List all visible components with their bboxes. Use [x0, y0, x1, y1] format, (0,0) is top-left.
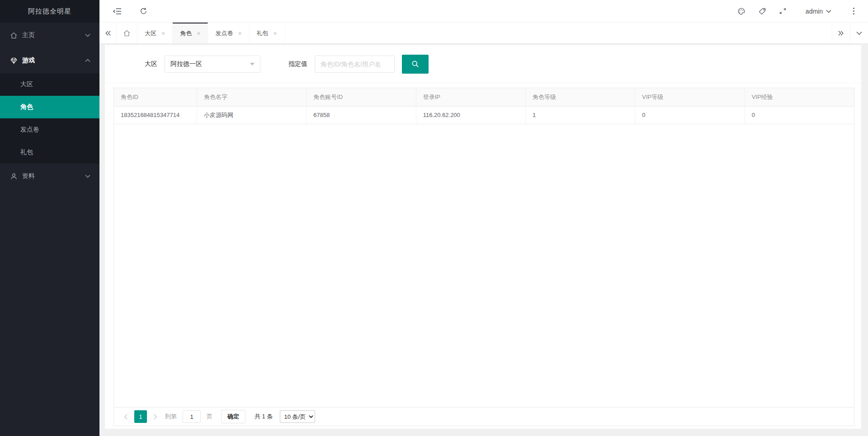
- keyword-input[interactable]: [315, 56, 395, 73]
- total-count-label: 共 1 条: [255, 413, 273, 421]
- app-title: 阿拉德全明星: [0, 0, 99, 23]
- user-icon: [10, 173, 18, 180]
- user-menu[interactable]: admin: [806, 8, 831, 15]
- chevron-right-icon: [153, 414, 157, 420]
- tab-label: 角色: [180, 29, 192, 38]
- pagination: 1 到第 页 确定 共 1 条 10 条/页: [114, 407, 854, 426]
- chevron-down-icon: [85, 174, 90, 178]
- tabbar-right: [832, 23, 868, 43]
- close-icon[interactable]: ×: [238, 30, 241, 37]
- column-header: VIP经验: [745, 88, 854, 106]
- tab-label: 礼包: [257, 29, 269, 38]
- cell-role-name: 小皮源码网: [197, 107, 307, 124]
- sidebar-item-profile[interactable]: 资料: [0, 164, 99, 189]
- goto-page-suffix: 页: [207, 413, 212, 421]
- table-row: 183521684815347714 小皮源码网 67858 116.20.62…: [114, 107, 854, 124]
- sidebar-submenu-game: 大区 角色 发点卷 礼包: [0, 73, 99, 164]
- cell-login-ip: 116.20.62.200: [416, 107, 526, 124]
- cell-account-id: 67858: [307, 107, 416, 124]
- cell-role-id: 183521684815347714: [114, 107, 197, 124]
- column-header: 角色名字: [197, 88, 307, 106]
- keyword-input-label: 指定值: [288, 60, 307, 68]
- search-button[interactable]: [402, 55, 429, 74]
- sidebar-item-send-coupons[interactable]: 发点卷: [0, 118, 99, 141]
- content-area: 大区 阿拉德一区 指定值 角色ID 角色名字: [99, 44, 868, 436]
- chevron-up-icon: [85, 59, 90, 62]
- sidebar-item-role[interactable]: 角色: [0, 96, 99, 118]
- column-header: 角色等级: [526, 88, 635, 106]
- close-icon[interactable]: ×: [197, 30, 200, 37]
- table-empty-space: [114, 124, 854, 407]
- page-number-button[interactable]: 1: [134, 410, 147, 423]
- cell-vip-exp: 0: [745, 107, 854, 124]
- close-icon[interactable]: ×: [161, 30, 165, 37]
- next-page-button[interactable]: [150, 414, 161, 420]
- goto-confirm-button[interactable]: 确定: [221, 410, 245, 423]
- home-icon: [10, 32, 18, 39]
- sidebar-item-label: 礼包: [20, 148, 33, 156]
- gem-icon: [10, 57, 18, 65]
- tabs-menu-button[interactable]: [850, 23, 868, 43]
- refresh-icon[interactable]: [140, 7, 147, 15]
- topbar: admin: [99, 0, 868, 23]
- sidebar-item-region[interactable]: 大区: [0, 73, 99, 96]
- fullscreen-icon[interactable]: [779, 7, 787, 15]
- tabs-scroll-left-button[interactable]: [99, 23, 117, 43]
- theme-palette-icon[interactable]: [737, 7, 745, 15]
- chevron-down-icon: [826, 9, 831, 13]
- column-header: 角色账号ID: [307, 88, 416, 106]
- tab-gift-pack[interactable]: 礼包 ×: [250, 23, 285, 43]
- sidebar-item-label: 资料: [22, 172, 85, 180]
- collapse-menu-icon[interactable]: [113, 8, 122, 15]
- column-header: 角色ID: [114, 88, 197, 106]
- close-icon[interactable]: ×: [274, 30, 277, 37]
- tab-region[interactable]: 大区 ×: [137, 23, 173, 43]
- region-select-label: 大区: [145, 60, 157, 68]
- region-select[interactable]: 阿拉德一区: [165, 56, 260, 73]
- goto-page-input[interactable]: [183, 410, 201, 423]
- tab-role[interactable]: 角色 ×: [173, 23, 208, 43]
- topbar-right: admin: [737, 6, 868, 16]
- double-chevron-left-icon: [104, 30, 111, 36]
- sidebar-item-label: 角色: [20, 103, 33, 111]
- chevron-down-icon: [85, 33, 90, 37]
- region-select-value: 阿拉德一区: [170, 60, 202, 68]
- sidebar-item-label: 游戏: [22, 56, 85, 65]
- cell-vip-level: 0: [635, 107, 745, 124]
- column-header: 登录IP: [416, 88, 526, 106]
- tab-home[interactable]: [117, 23, 137, 43]
- table-header-row: 角色ID 角色名字 角色账号ID 登录IP 角色等级 VIP等级 VIP经验: [114, 88, 854, 107]
- sidebar-item-label: 主页: [22, 31, 85, 39]
- column-header: VIP等级: [635, 88, 745, 106]
- main-area: admin 大区 × 角色 × 发点卷 ×: [99, 0, 868, 436]
- chevron-left-icon: [124, 414, 128, 420]
- double-chevron-right-icon: [838, 30, 844, 36]
- page-size-select[interactable]: 10 条/页: [280, 410, 315, 423]
- tabs-scroll-right-button[interactable]: [832, 23, 850, 43]
- tag-icon[interactable]: [758, 7, 766, 15]
- chevron-down-icon: [856, 31, 862, 35]
- more-vertical-icon[interactable]: [850, 6, 857, 16]
- sidebar: 阿拉德全明星 主页 游戏 大区 角色 发点卷: [0, 0, 99, 436]
- search-icon: [411, 60, 420, 68]
- caret-down-icon: [250, 63, 255, 68]
- sidebar-item-label: 大区: [20, 80, 33, 89]
- tab-send-coupons[interactable]: 发点卷 ×: [208, 23, 249, 43]
- role-panel: 大区 阿拉德一区 指定值 角色ID 角色名字: [105, 45, 861, 429]
- cell-role-level: 1: [526, 107, 635, 124]
- filter-bar: 大区 阿拉德一区 指定值: [105, 45, 861, 83]
- topbar-left: [99, 7, 147, 15]
- tab-label: 发点卷: [215, 29, 233, 38]
- username: admin: [806, 8, 823, 15]
- prev-page-button[interactable]: [120, 414, 132, 420]
- sidebar-item-game[interactable]: 游戏: [0, 48, 99, 73]
- role-table: 角色ID 角色名字 角色账号ID 登录IP 角色等级 VIP等级 VIP经验 1…: [113, 88, 854, 426]
- sidebar-item-label: 发点卷: [20, 126, 39, 134]
- tab-label: 大区: [145, 29, 156, 38]
- sidebar-item-gift-pack[interactable]: 礼包: [0, 141, 99, 164]
- sidebar-item-home[interactable]: 主页: [0, 23, 99, 48]
- home-icon: [123, 29, 131, 37]
- tabbar: 大区 × 角色 × 发点卷 × 礼包 ×: [99, 23, 868, 44]
- goto-page-prefix: 到第: [165, 413, 177, 421]
